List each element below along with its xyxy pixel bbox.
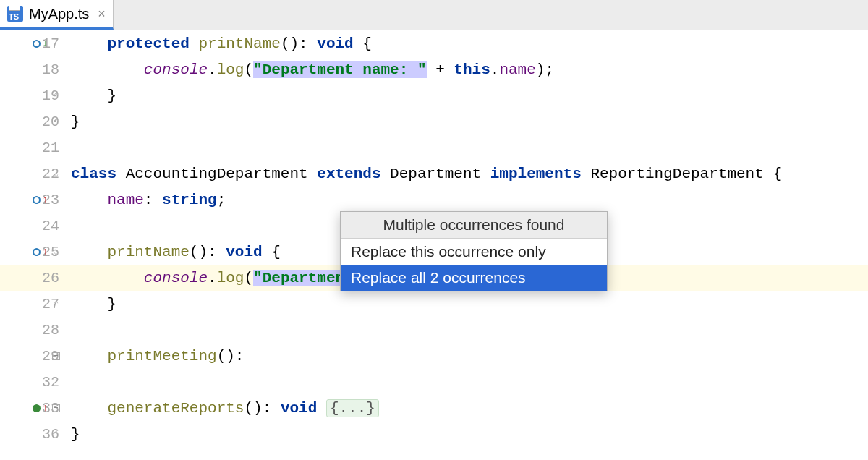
code-line[interactable]: protected printName(): void { (65, 30, 868, 56)
code-line[interactable]: printMeeting(): (65, 343, 868, 369)
gutter: 17↓1819⌃20⌃2122⌄23↑2425↑⌄2627⌃2829+3233↑… (0, 30, 65, 460)
gutter-line[interactable]: 18 (0, 56, 65, 82)
replace-all-option[interactable]: Replace all 2 occurrences (341, 265, 607, 291)
fold-marker-icon[interactable]: ⌃ (54, 90, 59, 101)
popup-title: Multiple occurrences found (341, 212, 607, 239)
gutter-line[interactable]: 20⌃ (0, 108, 65, 135)
fold-marker-icon[interactable]: ⌃ (54, 429, 59, 440)
implements-icon[interactable] (30, 402, 42, 414)
code-line[interactable]: } (65, 108, 868, 135)
gutter-line[interactable]: 22⌄ (0, 161, 65, 187)
tab-bar: TS MyApp.ts × (0, 0, 868, 30)
code-line[interactable]: generateReports(): void {...} (65, 395, 868, 421)
fold-marker-icon[interactable]: ⌃ (54, 116, 59, 127)
gutter-line[interactable]: 24 (0, 213, 65, 239)
override-icon[interactable] (30, 38, 42, 49)
highlighted-string: "Department name: " (253, 61, 426, 78)
override-icon[interactable] (30, 194, 42, 205)
gutter-line[interactable]: 17↓ (0, 30, 65, 56)
fold-marker-icon[interactable]: ⌄ (54, 247, 59, 257)
arrow-up-icon: ↑ (42, 402, 48, 414)
gutter-line[interactable]: 33↑+ (0, 395, 65, 421)
expand-fold-icon[interactable]: + (52, 404, 60, 412)
folded-region[interactable]: {...} (326, 399, 379, 417)
code-line[interactable] (65, 135, 868, 161)
fold-marker-icon[interactable]: ⌄ (54, 169, 59, 179)
code-line[interactable]: class AccountingDepartment extends Depar… (65, 161, 868, 187)
code-line[interactable]: } (65, 82, 868, 108)
fold-marker-icon[interactable]: ⌃ (54, 299, 59, 310)
code-line[interactable]: } (65, 291, 868, 317)
replace-this-only-option[interactable]: Replace this occurrence only (341, 239, 607, 265)
gutter-line[interactable]: 21 (0, 135, 65, 161)
code-line[interactable]: console.log("Department name: " + this.n… (65, 56, 868, 82)
occurrences-popup: Multiple occurrences found Replace this … (340, 211, 608, 291)
gutter-line[interactable]: 26 (0, 265, 65, 291)
gutter-line[interactable]: 32 (0, 369, 65, 395)
expand-fold-icon[interactable]: + (52, 352, 60, 360)
typescript-file-icon: TS (7, 6, 23, 22)
arrow-up-icon: ↑ (42, 194, 48, 205)
arrow-down-icon: ↓ (42, 38, 48, 49)
code-line[interactable]: name: string; (65, 187, 868, 213)
gutter-line[interactable]: 28 (0, 317, 65, 343)
code-area[interactable]: protected printName(): void { console.lo… (65, 30, 868, 460)
code-line[interactable] (65, 317, 868, 343)
code-line[interactable] (65, 369, 868, 395)
close-tab-icon[interactable]: × (98, 7, 106, 22)
override-icon[interactable] (30, 246, 42, 257)
editor-tab[interactable]: TS MyApp.ts × (0, 0, 114, 30)
tab-filename: MyApp.ts (29, 6, 89, 22)
arrow-up-icon: ↑ (42, 246, 48, 257)
gutter-line[interactable]: 25↑⌄ (0, 239, 65, 265)
gutter-line[interactable]: 19⌃ (0, 82, 65, 108)
gutter-line[interactable]: 23↑ (0, 187, 65, 213)
code-line[interactable]: } (65, 421, 868, 447)
gutter-line[interactable]: 27⌃ (0, 291, 65, 317)
editor-area: 17↓1819⌃20⌃2122⌄23↑2425↑⌄2627⌃2829+3233↑… (0, 30, 868, 460)
gutter-line[interactable]: 29+ (0, 343, 65, 369)
gutter-line[interactable]: 36⌃ (0, 421, 65, 447)
